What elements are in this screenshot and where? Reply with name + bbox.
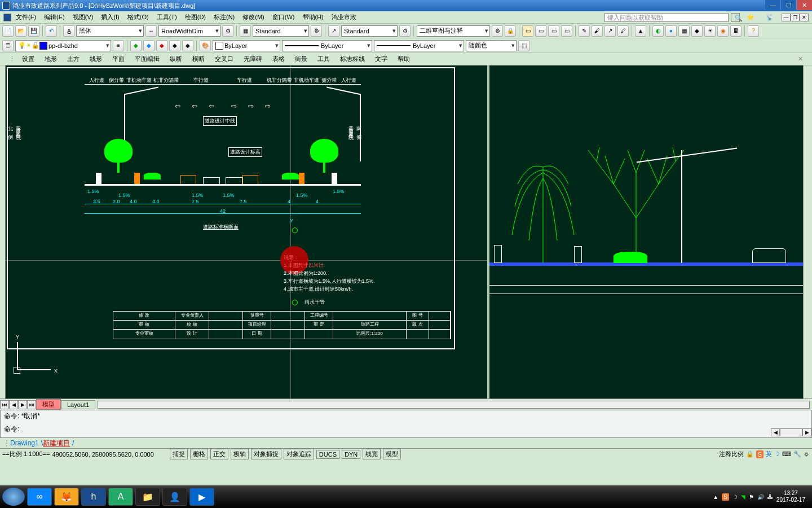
sub-text[interactable]: 文字 [370,54,392,64]
sub-street[interactable]: 街景 [290,54,312,64]
sub-intersection[interactable]: 交叉口 [210,54,238,64]
toggle-osnap[interactable]: 对象捕捉 [251,449,281,459]
table-button[interactable]: ▦ [240,25,251,37]
annotate-button[interactable]: A̲ [63,25,74,37]
menu-hongye[interactable]: 鸿业市政 [328,12,360,23]
comm-icon[interactable]: 📡 [762,12,777,22]
tab-model[interactable]: 模型 [36,399,61,410]
taskbar-app-hongye[interactable]: h [81,488,106,506]
tool-roller[interactable]: ↗ [604,25,616,37]
render2[interactable]: ● [665,25,677,37]
color-button[interactable]: 🎨 [200,40,211,51]
textstyle-dropdown[interactable]: Standard [341,25,398,37]
render1[interactable]: ◐ [652,25,664,37]
sub-accessible[interactable]: 无障碍 [239,54,267,64]
tablestyle-dropdown[interactable]: Standard [253,25,309,37]
tab-next-button[interactable]: ▶ [18,400,27,409]
toggle-ducs[interactable]: DUCS [316,450,339,459]
ws-button2[interactable]: 🔒 [505,25,516,37]
cmd-prompt[interactable]: 命令: [4,424,808,434]
menu-insert[interactable]: 插入(I) [98,12,122,23]
layer-tool4[interactable]: ◆ [156,40,167,51]
command-line[interactable]: 命令: *取消* 命令: ◀ ▶ [0,410,812,438]
sub-earthwork[interactable]: 土方 [63,54,84,64]
left-toolbar[interactable] [0,65,6,398]
tab-first-button[interactable]: ⏮ [0,400,9,409]
vertical-scrollbar[interactable] [803,65,812,398]
layer-tool2[interactable]: ◆ [130,40,142,51]
tray-ime-icon[interactable]: S [722,493,729,501]
sub-help[interactable]: 帮助 [393,54,414,64]
tool1[interactable]: ▭ [522,25,533,37]
keyboard-icon[interactable]: ⌨ [782,450,791,458]
new-button[interactable]: 📄 [2,25,14,37]
font-dropdown[interactable]: 黑体 [76,25,144,37]
dimstyle-edit-button[interactable]: ⚙ [222,25,233,37]
tray-up-icon[interactable]: ▲ [713,494,718,500]
sub-marking[interactable]: 标志标线 [336,54,369,64]
mleader-button[interactable]: ↗ [328,25,339,37]
linetype-dropdown[interactable]: ByLayer [282,40,372,51]
cmd-scroll-left[interactable]: ◀ [771,428,780,436]
menu-draw[interactable]: 绘图(D) [182,12,209,23]
toggle-otrack[interactable]: 对象追踪 [284,449,314,459]
sub-planedit[interactable]: 平面编辑 [130,54,164,64]
layer-tool3[interactable]: ◆ [143,40,155,51]
minimize-button[interactable]: — [765,0,780,10]
toggle-polar[interactable]: 极轴 [231,449,249,459]
workspace-dropdown[interactable]: 二维草图与注释 [417,25,490,37]
menu-view[interactable]: 视图(V) [69,12,97,23]
sub-cross[interactable]: 横断 [188,54,209,64]
sub-terrain[interactable]: 地形 [40,54,61,64]
menu-modify[interactable]: 修改(M) [239,12,268,23]
taskbar-app3[interactable]: 👤 [162,488,187,506]
close-button[interactable]: ✕ [796,0,812,10]
menu-format[interactable]: 格式(O) [124,12,152,23]
layer-tool1[interactable]: ≡ [113,40,124,51]
calc-button[interactable]: 🖩 [730,25,742,37]
favorite-icon[interactable]: ⭐ [743,12,758,22]
toggle-model[interactable]: 模型 [383,449,401,459]
menu-dim[interactable]: 标注(N) [210,12,238,23]
maximize-button[interactable]: ☐ [780,0,796,10]
tab-last-button[interactable]: ⏭ [27,400,36,409]
plotcolor-dropdown[interactable]: 随颜色 [466,40,517,51]
undo-button[interactable]: ↶ [46,25,57,37]
plotcolor-button[interactable]: ⬚ [518,40,529,51]
anno-scale-icon[interactable]: 🔒 [746,450,754,458]
menu-tools[interactable]: 工具(T) [153,12,180,23]
tablestyle-edit-button[interactable]: ⚙ [311,25,322,37]
tray-moon-icon[interactable]: ☽ [732,494,738,500]
tab-layout1[interactable]: Layout1 [61,400,95,409]
grip-icon[interactable]: ⋮ [5,54,16,64]
toggle-lwt[interactable]: 线宽 [363,449,381,459]
sub-profile[interactable]: 纵断 [165,54,187,64]
tool2[interactable]: ▭ [535,25,546,37]
menu-edit[interactable]: 编辑(E) [41,12,68,23]
status-scale[interactable]: ==比例 1:1000== [2,450,50,458]
tray-net-icon[interactable]: 🖧 [767,494,773,500]
render5[interactable]: ☀ [704,25,716,37]
start-button[interactable] [2,488,25,506]
doctab-drawing1[interactable]: Drawing1 [10,439,39,447]
model-viewport-right[interactable] [487,65,803,398]
taskbar-app2[interactable]: 🦊 [54,488,79,506]
sub-alignment[interactable]: 线形 [85,54,107,64]
cmd-scroll-right[interactable]: ▶ [802,428,811,436]
sub-table[interactable]: 表格 [268,54,289,64]
ws-button1[interactable]: ⚙ [492,25,503,37]
tool3[interactable]: ▭ [548,25,559,37]
tool-style[interactable]: 🖊 [617,25,629,37]
dim-button[interactable]: ↔ [145,25,157,37]
mdi-minimize-button[interactable]: — [782,14,791,21]
horizontal-scrollbar[interactable] [98,401,810,409]
dimstyle-dropdown[interactable]: RoadWidthDim [158,25,220,37]
sub-plan[interactable]: 平面 [108,54,129,64]
tray-wifi-icon[interactable]: ◥ [741,494,745,500]
color-dropdown[interactable]: ByLayer [213,40,280,51]
render6[interactable]: ◉ [717,25,729,37]
ime-indicator-s[interactable]: S [756,450,764,458]
menu-window[interactable]: 窗口(W) [269,12,298,23]
mdi-close-button[interactable]: ✕ [800,14,809,21]
layer-tool6[interactable]: ◆ [182,40,193,51]
